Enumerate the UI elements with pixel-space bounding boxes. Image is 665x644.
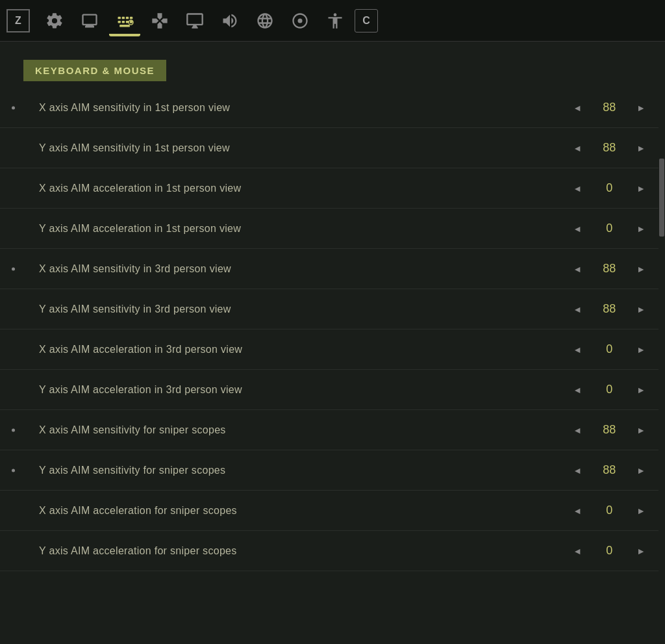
nav-icon-keyboard[interactable]: ⬡ (109, 5, 140, 36)
svg-rect-6 (126, 20, 129, 23)
right-arrow-y-axis-aim-sensitivity-1st[interactable]: ► (633, 140, 649, 156)
right-arrow-x-axis-aim-sensitivity-3rd[interactable]: ► (633, 261, 649, 277)
row-indicator (12, 146, 15, 149)
row-indicator (12, 227, 15, 230)
settings-row-x-axis-aim-acceleration-sniper: X axis AIM acceleration for sniper scope… (0, 491, 665, 531)
row-label-x-axis-aim-acceleration-1st: X axis AIM acceleration in 1st person vi… (39, 183, 569, 194)
row-control-x-axis-aim-sensitivity-sniper: ◄88► (569, 422, 649, 438)
left-arrow-y-axis-aim-sensitivity-1st[interactable]: ◄ (569, 140, 586, 156)
row-label-y-axis-aim-sensitivity-3rd: Y axis AIM sensitivity in 3rd person vie… (39, 303, 569, 315)
svg-point-12 (298, 18, 303, 23)
settings-row-x-axis-aim-sensitivity-3rd: X axis AIM sensitivity in 3rd person vie… (0, 249, 665, 289)
row-control-y-axis-aim-acceleration-1st: ◄0► (569, 221, 649, 237)
right-arrow-x-axis-aim-acceleration-1st[interactable]: ► (633, 181, 649, 196)
right-arrow-y-axis-aim-acceleration-3rd[interactable]: ► (633, 382, 649, 398)
right-arrow-x-axis-aim-sensitivity-1st[interactable]: ► (633, 100, 649, 116)
row-label-x-axis-aim-sensitivity-1st: X axis AIM sensitivity in 1st person vie… (39, 102, 569, 114)
svg-rect-4 (118, 20, 121, 23)
settings-row-x-axis-aim-sensitivity-1st: X axis AIM sensitivity in 1st person vie… (0, 88, 665, 128)
settings-list: X axis AIM sensitivity in 1st person vie… (0, 81, 665, 644)
row-control-x-axis-aim-sensitivity-1st: ◄88► (569, 100, 649, 116)
left-arrow-x-axis-aim-sensitivity-3rd[interactable]: ◄ (569, 261, 586, 277)
nav-icon-audio[interactable] (214, 5, 245, 36)
left-arrow-y-axis-aim-acceleration-3rd[interactable]: ◄ (569, 382, 586, 398)
nav-icon-accessibility[interactable] (320, 5, 351, 36)
left-arrow-y-axis-aim-acceleration-1st[interactable]: ◄ (569, 221, 586, 237)
left-arrow-x-axis-aim-acceleration-1st[interactable]: ◄ (569, 181, 586, 196)
row-value-x-axis-aim-acceleration-sniper: 0 (596, 504, 622, 517)
row-value-x-axis-aim-sensitivity-3rd: 88 (596, 262, 622, 276)
row-indicator (12, 549, 15, 552)
svg-rect-3 (130, 16, 132, 19)
row-value-x-axis-aim-acceleration-3rd: 0 (596, 342, 622, 356)
settings-row-y-axis-aim-acceleration-sniper: Y axis AIM acceleration for sniper scope… (0, 531, 665, 571)
right-arrow-x-axis-aim-sensitivity-sniper[interactable]: ► (633, 422, 649, 438)
row-value-y-axis-aim-acceleration-sniper: 0 (596, 544, 622, 558)
left-arrow-y-axis-aim-sensitivity-3rd[interactable]: ◄ (569, 302, 586, 317)
z-logo: Z (6, 9, 30, 32)
row-value-x-axis-aim-sensitivity-1st: 88 (596, 101, 622, 114)
row-indicator (12, 469, 15, 472)
settings-row-x-axis-aim-acceleration-3rd: X axis AIM acceleration in 3rd person vi… (0, 329, 665, 370)
row-value-x-axis-aim-acceleration-1st: 0 (596, 181, 622, 195)
right-arrow-y-axis-aim-acceleration-sniper[interactable]: ► (633, 543, 649, 559)
nav-icon-monitor[interactable] (179, 5, 210, 36)
row-indicator (12, 509, 15, 512)
row-value-y-axis-aim-acceleration-1st: 0 (596, 222, 622, 235)
content-area: KEYBOARD & MOUSE X axis AIM sensitivity … (0, 42, 665, 644)
row-control-x-axis-aim-acceleration-1st: ◄0► (569, 181, 649, 196)
nav-icon-gear[interactable] (39, 5, 70, 36)
nav-icon-language[interactable] (249, 5, 281, 36)
row-control-y-axis-aim-acceleration-3rd: ◄0► (569, 382, 649, 398)
row-indicator (12, 106, 15, 109)
row-indicator (12, 307, 15, 311)
row-label-y-axis-aim-sensitivity-sniper: Y axis AIM sensitivity for sniper scopes (39, 465, 569, 476)
row-value-y-axis-aim-sensitivity-1st: 88 (596, 141, 622, 155)
row-indicator (12, 388, 15, 391)
right-arrow-y-axis-aim-sensitivity-3rd[interactable]: ► (633, 302, 649, 317)
row-control-x-axis-aim-acceleration-sniper: ◄0► (569, 503, 649, 519)
scrollbar-track[interactable] (659, 120, 665, 644)
left-arrow-x-axis-aim-sensitivity-sniper[interactable]: ◄ (569, 422, 586, 438)
settings-row-y-axis-aim-sensitivity-1st: Y axis AIM sensitivity in 1st person vie… (0, 128, 665, 168)
nav-icon-display[interactable] (74, 5, 105, 36)
right-arrow-x-axis-aim-acceleration-3rd[interactable]: ► (633, 342, 649, 357)
nav-icon-gamepad[interactable] (144, 5, 175, 36)
settings-row-x-axis-aim-sensitivity-sniper: X axis AIM sensitivity for sniper scopes… (0, 410, 665, 450)
right-arrow-y-axis-aim-acceleration-1st[interactable]: ► (633, 221, 649, 237)
svg-rect-0 (118, 16, 121, 19)
settings-row-y-axis-aim-sensitivity-3rd: Y axis AIM sensitivity in 3rd person vie… (0, 289, 665, 329)
row-label-x-axis-aim-sensitivity-3rd: X axis AIM sensitivity in 3rd person vie… (39, 263, 569, 275)
left-arrow-x-axis-aim-sensitivity-1st[interactable]: ◄ (569, 100, 586, 116)
left-arrow-x-axis-aim-acceleration-3rd[interactable]: ◄ (569, 342, 586, 357)
right-arrow-x-axis-aim-acceleration-sniper[interactable]: ► (633, 503, 649, 519)
section-title: KEYBOARD & MOUSE (23, 60, 166, 81)
row-value-y-axis-aim-sensitivity-sniper: 88 (596, 463, 622, 477)
svg-point-11 (130, 21, 132, 23)
section-header-container: KEYBOARD & MOUSE (0, 42, 665, 81)
scrollbar-thumb[interactable] (659, 159, 664, 237)
nav-icon-network[interactable] (284, 5, 316, 36)
row-indicator (12, 428, 15, 431)
left-arrow-y-axis-aim-sensitivity-sniper[interactable]: ◄ (569, 463, 586, 478)
nav-icon-credits[interactable]: C (355, 9, 378, 32)
row-label-y-axis-aim-acceleration-1st: Y axis AIM acceleration in 1st person vi… (39, 223, 569, 235)
main-content: KEYBOARD & MOUSE X axis AIM sensitivity … (0, 42, 665, 644)
settings-row-y-axis-aim-acceleration-3rd: Y axis AIM acceleration in 3rd person vi… (0, 370, 665, 410)
row-value-x-axis-aim-sensitivity-sniper: 88 (596, 423, 622, 437)
row-indicator (12, 267, 15, 270)
settings-row-y-axis-aim-acceleration-1st: Y axis AIM acceleration in 1st person vi… (0, 209, 665, 249)
row-label-x-axis-aim-sensitivity-sniper: X axis AIM sensitivity for sniper scopes (39, 424, 569, 436)
row-label-y-axis-aim-sensitivity-1st: Y axis AIM sensitivity in 1st person vie… (39, 142, 569, 154)
left-arrow-x-axis-aim-acceleration-sniper[interactable]: ◄ (569, 503, 586, 519)
svg-rect-5 (122, 20, 125, 23)
row-label-x-axis-aim-acceleration-sniper: X axis AIM acceleration for sniper scope… (39, 505, 569, 517)
row-control-y-axis-aim-sensitivity-sniper: ◄88► (569, 463, 649, 478)
row-control-x-axis-aim-acceleration-3rd: ◄0► (569, 342, 649, 357)
row-label-y-axis-aim-acceleration-3rd: Y axis AIM acceleration in 3rd person vi… (39, 384, 569, 396)
row-control-y-axis-aim-sensitivity-1st: ◄88► (569, 140, 649, 156)
left-arrow-y-axis-aim-acceleration-sniper[interactable]: ◄ (569, 543, 586, 559)
right-arrow-y-axis-aim-sensitivity-sniper[interactable]: ► (633, 463, 649, 478)
row-control-y-axis-aim-acceleration-sniper: ◄0► (569, 543, 649, 559)
row-label-y-axis-aim-acceleration-sniper: Y axis AIM acceleration for sniper scope… (39, 545, 569, 557)
